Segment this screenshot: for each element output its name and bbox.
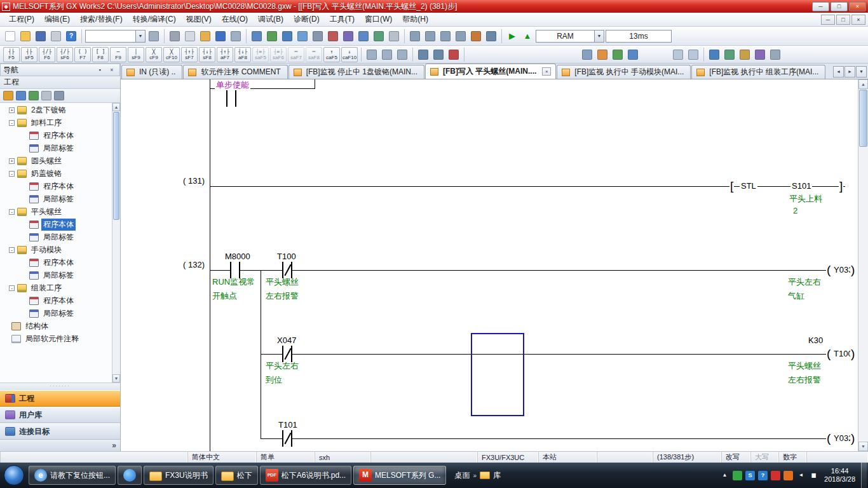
tree-item[interactable]: 局部标签 [0, 193, 112, 205]
tab-list-button[interactable]: ▼ [856, 66, 867, 78]
nav-button-project[interactable]: 工程 [0, 390, 120, 407]
taskbar-button-folder[interactable]: 松下 [215, 466, 258, 485]
delete-column-icon[interactable] [454, 29, 468, 43]
fkey-sF9[interactable]: │sF9 [128, 47, 144, 62]
menu-item[interactable]: 搜索/替换(F) [75, 12, 128, 27]
collapse-icon[interactable]: - [9, 120, 15, 126]
device-list-icon[interactable] [484, 29, 498, 43]
tree-item[interactable]: -组装工序 [0, 281, 112, 294]
tab-2[interactable]: 软元件注释 COMMENT [183, 65, 287, 79]
taskbar-clock[interactable]: 16:44 2018/3/28 [824, 467, 855, 484]
fkey-saF8[interactable]: ═saF8 [306, 47, 322, 62]
tab-close-button[interactable]: × [542, 67, 551, 76]
close-button[interactable]: × [849, 2, 866, 11]
monitor-caution-icon[interactable]: ▲ [520, 29, 534, 43]
ladder-logic-test-icon[interactable] [372, 29, 386, 43]
taskbar-button-ie[interactable]: e请教下复位按钮... [29, 466, 116, 485]
im-tray-icon[interactable] [733, 471, 742, 480]
dropdown-arrow-icon[interactable]: ▼ [135, 30, 145, 42]
collapse-all-icon[interactable] [54, 91, 64, 100]
taskbar-button-mel[interactable]: MMELSOFT系列 G... [353, 466, 446, 485]
menu-item[interactable]: 帮助(H) [397, 12, 433, 27]
tab-1[interactable]: IN (只读) .. [121, 65, 182, 79]
timer-constant-k30[interactable]: K30 [807, 336, 824, 345]
tree-item[interactable]: +圆头螺丝 [0, 154, 112, 167]
device-display-icon[interactable] [753, 48, 767, 62]
write-mode-icon[interactable] [595, 48, 609, 62]
titlebar[interactable]: ◆ MELSOFT系列 GX Works2 C:\Users\Administr… [0, 0, 868, 13]
fkey-F8[interactable]: [ ]F8 [92, 47, 109, 62]
fkey-sF6[interactable]: ┤/├sF6 [57, 47, 73, 62]
memory-select-combo[interactable]: RAM▼ [536, 30, 604, 43]
download-tray-icon[interactable] [783, 471, 793, 480]
undo-icon[interactable] [214, 29, 227, 43]
tree-hscroll[interactable]: ······· [0, 383, 120, 390]
tree-item-label[interactable]: 局部软元件注释 [24, 333, 81, 345]
scroll-thumb[interactable] [113, 112, 119, 220]
tree-item[interactable]: 局部软元件注释 [0, 332, 112, 345]
program-check-icon[interactable] [387, 29, 401, 43]
fkey-F5[interactable]: ┤├F5 [3, 47, 20, 62]
tree-item-label[interactable]: 程序本体 [41, 219, 76, 231]
program-select-combo[interactable]: ▼ [85, 30, 146, 43]
write-to-plc-icon[interactable] [280, 29, 294, 43]
collapse-icon[interactable]: - [9, 209, 15, 215]
expand-all-icon[interactable] [41, 91, 51, 100]
tree-scrollbar[interactable]: ▲ ▼ [112, 103, 120, 383]
nav-button-library[interactable]: 用户库 [0, 407, 120, 423]
read-from-plc-icon[interactable] [295, 29, 309, 43]
statement-display-icon[interactable] [722, 48, 736, 62]
tree-item[interactable]: 程序本体 [0, 180, 112, 193]
device-label-x047[interactable]: X047 [276, 336, 297, 345]
menu-item[interactable]: 转换/编译(C) [128, 12, 181, 27]
tree-item[interactable]: 局部标签 [0, 142, 112, 154]
tree-item[interactable]: 结构体 [0, 320, 112, 332]
device-label-m8000[interactable]: M8000 [224, 252, 252, 261]
find-icon[interactable] [686, 48, 700, 62]
mdi-close-button[interactable]: × [851, 15, 865, 25]
tree-item[interactable]: -奶盖镀铬 [0, 167, 112, 180]
device-label-t100[interactable]: T100 [276, 252, 297, 261]
expand-icon[interactable]: + [9, 107, 15, 113]
tree-item-label[interactable]: 程序本体 [41, 257, 76, 269]
ladder-editor[interactable]: 单步使能 ( 131) [ STL S101 ] 平头上料 2 ( 132) M… [121, 79, 858, 451]
menu-item[interactable]: 编辑(E) [39, 12, 75, 27]
redo-icon[interactable] [229, 29, 243, 43]
security-tray-icon[interactable] [771, 471, 780, 480]
tree-item-label[interactable]: 局部标签 [41, 142, 76, 154]
sogou-tray-icon[interactable]: S [745, 471, 755, 480]
network-tray-icon[interactable]: ▆ [809, 471, 818, 480]
menu-item[interactable]: 视图(V) [181, 12, 217, 27]
fkey-sF5[interactable]: ┤├sF5 [21, 47, 37, 62]
save-project-icon[interactable] [34, 29, 48, 43]
tree-item-label[interactable]: 结构体 [24, 320, 50, 332]
new-data-icon[interactable] [3, 91, 13, 100]
parameter-icon[interactable] [250, 29, 264, 43]
fkey-sF8[interactable]: ┤↓├sF8 [199, 47, 215, 62]
tab-6[interactable]: [FB]监视 执行中 组装工序(MAI... [691, 65, 825, 79]
tab-4[interactable]: [FB]写入 平头螺丝(MAIN....× [425, 64, 556, 79]
options-icon[interactable] [768, 48, 782, 62]
fkey-F6[interactable]: ┤/├F6 [39, 47, 55, 62]
hidden-icons-button[interactable]: ▲ [720, 471, 729, 480]
note-display-icon[interactable] [738, 48, 752, 62]
desktop-band-label[interactable]: 桌面 [454, 470, 470, 481]
collapse-icon[interactable]: - [9, 171, 15, 177]
tree-item-label[interactable]: 局部标签 [41, 269, 76, 281]
delete-row-icon[interactable] [423, 29, 437, 43]
tree-item[interactable]: 程序本体 [0, 294, 112, 307]
tree-item[interactable]: -平头螺丝 [0, 205, 112, 218]
show-desktop-button[interactable] [861, 463, 867, 488]
cut-icon[interactable] [168, 29, 182, 43]
nav-button-connect[interactable]: 连接目标 [0, 423, 120, 440]
monitor-mode-icon[interactable] [611, 48, 625, 62]
fkey-aF7[interactable]: ┤↑├aF7 [217, 47, 233, 62]
tab-scroll-right-button[interactable]: ► [844, 66, 855, 78]
minimize-button[interactable]: ─ [812, 2, 829, 11]
fkey-F7[interactable]: ( )F7 [74, 47, 91, 62]
fkey-cF9[interactable]: ╳cF9 [146, 47, 162, 62]
tree-item-label[interactable]: 组装工序 [29, 282, 64, 294]
wire-draw-icon[interactable] [416, 48, 430, 62]
fkey-aF8[interactable]: ┤↓├aF8 [234, 47, 251, 62]
expand-icon[interactable]: + [9, 158, 15, 164]
